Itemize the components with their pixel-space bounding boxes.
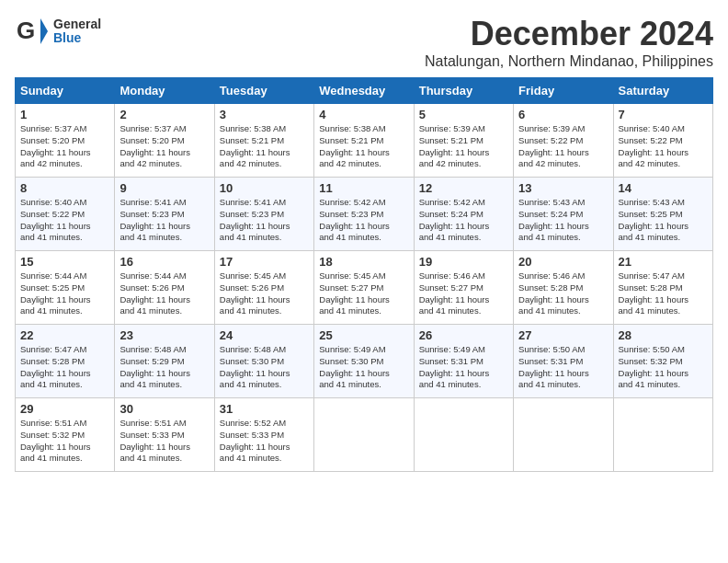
day-number: 19 (419, 255, 508, 269)
day-number: 25 (319, 328, 408, 342)
cell-info: Sunrise: 5:45 AM Sunset: 5:26 PM Dayligh… (220, 270, 309, 317)
weekday-header: Thursday (414, 78, 513, 104)
calendar-cell: 10Sunrise: 5:41 AM Sunset: 5:23 PM Dayli… (214, 178, 313, 251)
logo-blue: Blue (53, 31, 101, 45)
logo-general: General (53, 17, 101, 31)
cell-info: Sunrise: 5:39 AM Sunset: 5:21 PM Dayligh… (419, 123, 508, 170)
day-number: 11 (319, 181, 408, 195)
calendar-cell (414, 398, 513, 472)
cell-info: Sunrise: 5:46 AM Sunset: 5:27 PM Dayligh… (419, 270, 508, 317)
svg-marker-1 (40, 18, 48, 44)
cell-info: Sunrise: 5:38 AM Sunset: 5:21 PM Dayligh… (319, 123, 408, 170)
day-number: 21 (619, 255, 708, 269)
cell-info: Sunrise: 5:38 AM Sunset: 5:21 PM Dayligh… (220, 123, 309, 170)
logo-icon: G (15, 15, 48, 48)
cell-info: Sunrise: 5:46 AM Sunset: 5:28 PM Dayligh… (518, 270, 608, 317)
cell-info: Sunrise: 5:40 AM Sunset: 5:22 PM Dayligh… (20, 197, 109, 244)
day-number: 8 (20, 181, 109, 195)
weekday-header: Tuesday (214, 78, 313, 104)
cell-info: Sunrise: 5:37 AM Sunset: 5:20 PM Dayligh… (119, 123, 209, 170)
day-number: 17 (220, 255, 309, 269)
cell-info: Sunrise: 5:48 AM Sunset: 5:29 PM Dayligh… (119, 344, 209, 391)
weekday-header-row: SundayMondayTuesdayWednesdayThursdayFrid… (16, 78, 713, 104)
day-number: 30 (119, 402, 209, 416)
calendar-week-row: 8Sunrise: 5:40 AM Sunset: 5:22 PM Daylig… (16, 178, 713, 251)
calendar-cell: 16Sunrise: 5:44 AM Sunset: 5:26 PM Dayli… (115, 251, 214, 325)
logo: G General Blue (15, 15, 101, 48)
calendar-cell: 15Sunrise: 5:44 AM Sunset: 5:25 PM Dayli… (16, 251, 115, 325)
calendar-cell: 27Sunrise: 5:50 AM Sunset: 5:31 PM Dayli… (514, 325, 613, 398)
day-number: 1 (20, 108, 109, 121)
calendar-cell: 7Sunrise: 5:40 AM Sunset: 5:22 PM Daylig… (613, 104, 712, 178)
day-number: 3 (220, 108, 309, 121)
weekday-header: Friday (514, 78, 613, 104)
day-number: 7 (619, 108, 708, 121)
calendar-table: SundayMondayTuesdayWednesdayThursdayFrid… (15, 77, 713, 472)
header: G General Blue December 2024 Natalungan,… (15, 15, 713, 70)
calendar-cell: 1Sunrise: 5:37 AM Sunset: 5:20 PM Daylig… (16, 104, 115, 178)
cell-info: Sunrise: 5:42 AM Sunset: 5:24 PM Dayligh… (419, 197, 508, 244)
calendar-cell: 31Sunrise: 5:52 AM Sunset: 5:33 PM Dayli… (214, 398, 313, 472)
month-title: December 2024 (425, 15, 713, 53)
day-number: 16 (119, 255, 209, 269)
cell-info: Sunrise: 5:44 AM Sunset: 5:26 PM Dayligh… (119, 270, 209, 317)
cell-info: Sunrise: 5:48 AM Sunset: 5:30 PM Dayligh… (220, 344, 309, 391)
calendar-cell: 28Sunrise: 5:50 AM Sunset: 5:32 PM Dayli… (613, 325, 712, 398)
calendar-cell: 4Sunrise: 5:38 AM Sunset: 5:21 PM Daylig… (314, 104, 414, 178)
day-number: 31 (220, 402, 309, 416)
calendar-cell: 12Sunrise: 5:42 AM Sunset: 5:24 PM Dayli… (414, 178, 513, 251)
day-number: 27 (518, 328, 608, 342)
cell-info: Sunrise: 5:39 AM Sunset: 5:22 PM Dayligh… (518, 123, 608, 170)
day-number: 26 (419, 328, 508, 342)
cell-info: Sunrise: 5:43 AM Sunset: 5:25 PM Dayligh… (619, 197, 708, 244)
calendar-cell: 6Sunrise: 5:39 AM Sunset: 5:22 PM Daylig… (514, 104, 613, 178)
day-number: 13 (518, 181, 608, 195)
calendar-cell: 9Sunrise: 5:41 AM Sunset: 5:23 PM Daylig… (115, 178, 214, 251)
day-number: 15 (20, 255, 109, 269)
title-area: December 2024 Natalungan, Northern Minda… (425, 15, 713, 70)
calendar-cell (314, 398, 414, 472)
cell-info: Sunrise: 5:52 AM Sunset: 5:33 PM Dayligh… (220, 418, 309, 465)
calendar-cell: 11Sunrise: 5:42 AM Sunset: 5:23 PM Dayli… (314, 178, 414, 251)
day-number: 10 (220, 181, 309, 195)
calendar-cell: 21Sunrise: 5:47 AM Sunset: 5:28 PM Dayli… (613, 251, 712, 325)
cell-info: Sunrise: 5:43 AM Sunset: 5:24 PM Dayligh… (518, 197, 608, 244)
calendar-cell: 17Sunrise: 5:45 AM Sunset: 5:26 PM Dayli… (214, 251, 313, 325)
day-number: 28 (619, 328, 708, 342)
cell-info: Sunrise: 5:41 AM Sunset: 5:23 PM Dayligh… (220, 197, 309, 244)
calendar-week-row: 1Sunrise: 5:37 AM Sunset: 5:20 PM Daylig… (16, 104, 713, 178)
cell-info: Sunrise: 5:50 AM Sunset: 5:32 PM Dayligh… (619, 344, 708, 391)
calendar-week-row: 22Sunrise: 5:47 AM Sunset: 5:28 PM Dayli… (16, 325, 713, 398)
cell-info: Sunrise: 5:37 AM Sunset: 5:20 PM Dayligh… (20, 123, 109, 170)
calendar-cell: 20Sunrise: 5:46 AM Sunset: 5:28 PM Dayli… (514, 251, 613, 325)
calendar-cell (613, 398, 712, 472)
calendar-cell: 29Sunrise: 5:51 AM Sunset: 5:32 PM Dayli… (16, 398, 115, 472)
day-number: 9 (119, 181, 209, 195)
day-number: 24 (220, 328, 309, 342)
calendar-cell (514, 398, 613, 472)
calendar-cell: 18Sunrise: 5:45 AM Sunset: 5:27 PM Dayli… (314, 251, 414, 325)
calendar-cell: 3Sunrise: 5:38 AM Sunset: 5:21 PM Daylig… (214, 104, 313, 178)
svg-text:G: G (17, 17, 35, 44)
calendar-cell: 30Sunrise: 5:51 AM Sunset: 5:33 PM Dayli… (115, 398, 214, 472)
cell-info: Sunrise: 5:47 AM Sunset: 5:28 PM Dayligh… (619, 270, 708, 317)
calendar-cell: 25Sunrise: 5:49 AM Sunset: 5:30 PM Dayli… (314, 325, 414, 398)
day-number: 5 (419, 108, 508, 121)
day-number: 6 (518, 108, 608, 121)
calendar-cell: 5Sunrise: 5:39 AM Sunset: 5:21 PM Daylig… (414, 104, 513, 178)
cell-info: Sunrise: 5:49 AM Sunset: 5:31 PM Dayligh… (419, 344, 508, 391)
day-number: 20 (518, 255, 608, 269)
weekday-header: Sunday (16, 78, 115, 104)
calendar-cell: 24Sunrise: 5:48 AM Sunset: 5:30 PM Dayli… (214, 325, 313, 398)
calendar-cell: 23Sunrise: 5:48 AM Sunset: 5:29 PM Dayli… (115, 325, 214, 398)
calendar-week-row: 15Sunrise: 5:44 AM Sunset: 5:25 PM Dayli… (16, 251, 713, 325)
calendar-cell: 26Sunrise: 5:49 AM Sunset: 5:31 PM Dayli… (414, 325, 513, 398)
cell-info: Sunrise: 5:51 AM Sunset: 5:32 PM Dayligh… (20, 418, 109, 465)
calendar-cell: 13Sunrise: 5:43 AM Sunset: 5:24 PM Dayli… (514, 178, 613, 251)
location-title: Natalungan, Northern Mindanao, Philippin… (425, 53, 713, 70)
weekday-header: Monday (115, 78, 214, 104)
cell-info: Sunrise: 5:50 AM Sunset: 5:31 PM Dayligh… (518, 344, 608, 391)
day-number: 4 (319, 108, 408, 121)
day-number: 18 (319, 255, 408, 269)
cell-info: Sunrise: 5:44 AM Sunset: 5:25 PM Dayligh… (20, 270, 109, 317)
